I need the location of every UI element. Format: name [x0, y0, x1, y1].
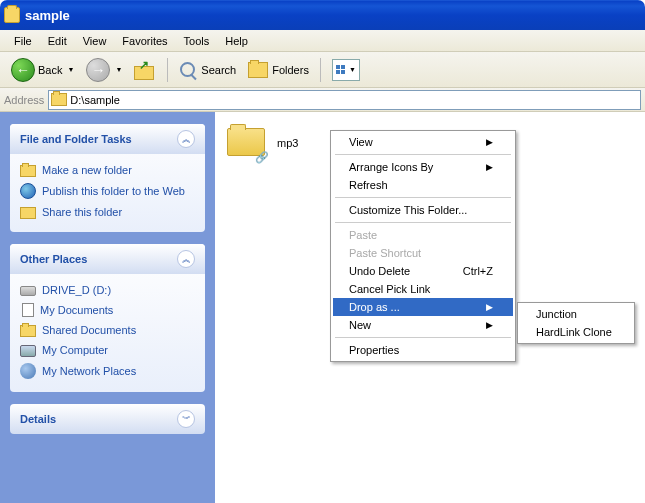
- panel-body: Make a new folder Publish this folder to…: [10, 154, 205, 232]
- task-make-new-folder[interactable]: Make a new folder: [20, 160, 195, 180]
- place-my-computer[interactable]: My Computer: [20, 340, 195, 360]
- ctx-separator: [335, 154, 511, 155]
- menu-view[interactable]: View: [75, 33, 115, 49]
- menu-file[interactable]: File: [6, 33, 40, 49]
- globe-icon: [20, 183, 36, 199]
- forward-button[interactable]: → ▼: [81, 55, 127, 85]
- ctx-properties[interactable]: Properties: [333, 341, 513, 359]
- panel-header[interactable]: File and Folder Tasks ︽: [10, 124, 205, 154]
- task-share-folder[interactable]: Share this folder: [20, 202, 195, 222]
- context-menu: View▶ Arrange Icons By▶ Refresh Customiz…: [330, 130, 516, 362]
- ctx-customize-folder[interactable]: Customize This Folder...: [333, 201, 513, 219]
- address-label: Address: [4, 94, 44, 106]
- folders-icon: [248, 62, 268, 78]
- panel-title: Details: [20, 413, 56, 425]
- ctx-separator: [335, 197, 511, 198]
- documents-icon: [22, 303, 34, 317]
- ctx-view[interactable]: View▶: [333, 133, 513, 151]
- folder-up-icon: ↗: [134, 60, 156, 80]
- shortcut-text: Ctrl+Z: [463, 265, 493, 277]
- folder-shortcut-icon: 🔗: [227, 124, 269, 162]
- window-folder-icon: [4, 7, 20, 23]
- task-label: Make a new folder: [42, 164, 132, 176]
- place-drive-d[interactable]: DRIVE_D (D:): [20, 280, 195, 299]
- file-label: mp3: [277, 137, 298, 149]
- forward-dropdown-icon[interactable]: ▼: [115, 66, 122, 73]
- ctx-undo-delete[interactable]: Undo DeleteCtrl+Z: [333, 262, 513, 280]
- search-label: Search: [201, 64, 236, 76]
- place-label: DRIVE_D (D:): [42, 284, 111, 296]
- folder-icon: [20, 165, 36, 177]
- window-title: sample: [25, 8, 70, 23]
- ctx-junction[interactable]: Junction: [520, 305, 632, 323]
- ctx-drop-as[interactable]: Drop as ...▶: [333, 298, 513, 316]
- expand-icon[interactable]: ︾: [177, 410, 195, 428]
- place-label: My Network Places: [42, 365, 136, 377]
- task-label: Publish this folder to the Web: [42, 185, 185, 197]
- network-icon: [20, 363, 36, 379]
- search-icon: [179, 61, 197, 79]
- place-shared-documents[interactable]: Shared Documents: [20, 320, 195, 340]
- tasks-sidebar: File and Folder Tasks ︽ Make a new folde…: [0, 112, 215, 503]
- address-path: D:\sample: [70, 94, 120, 106]
- ctx-paste-shortcut: Paste Shortcut: [333, 244, 513, 262]
- toolbar-separator: [320, 58, 321, 82]
- submenu-arrow-icon: ▶: [486, 320, 493, 330]
- details-panel: Details ︾: [10, 404, 205, 434]
- drive-icon: [20, 286, 36, 296]
- computer-icon: [20, 345, 36, 357]
- file-folder-tasks-panel: File and Folder Tasks ︽ Make a new folde…: [10, 124, 205, 232]
- back-button[interactable]: ← Back ▼: [6, 55, 79, 85]
- place-label: Shared Documents: [42, 324, 136, 336]
- place-my-network-places[interactable]: My Network Places: [20, 360, 195, 382]
- menu-help[interactable]: Help: [217, 33, 256, 49]
- panel-header[interactable]: Details ︾: [10, 404, 205, 434]
- panel-header[interactable]: Other Places ︽: [10, 244, 205, 274]
- panel-title: Other Places: [20, 253, 87, 265]
- address-folder-icon: [51, 93, 67, 106]
- task-label: Share this folder: [42, 206, 122, 218]
- ctx-paste: Paste: [333, 226, 513, 244]
- menu-favorites[interactable]: Favorites: [114, 33, 175, 49]
- views-icon: ▼: [332, 59, 360, 81]
- folders-label: Folders: [272, 64, 309, 76]
- submenu-arrow-icon: ▶: [486, 302, 493, 312]
- back-icon: ←: [11, 58, 35, 82]
- place-label: My Computer: [42, 344, 108, 356]
- up-button[interactable]: ↗: [129, 57, 161, 83]
- share-folder-icon: [20, 207, 36, 219]
- panel-body: DRIVE_D (D:) My Documents Shared Documen…: [10, 274, 205, 392]
- ctx-new[interactable]: New▶: [333, 316, 513, 334]
- ctx-cancel-pick-link[interactable]: Cancel Pick Link: [333, 280, 513, 298]
- ctx-arrange-icons[interactable]: Arrange Icons By▶: [333, 158, 513, 176]
- ctx-refresh[interactable]: Refresh: [333, 176, 513, 194]
- title-bar: sample: [0, 0, 645, 30]
- address-field[interactable]: D:\sample: [48, 90, 641, 110]
- submenu-arrow-icon: ▶: [486, 162, 493, 172]
- folder-icon: [20, 325, 36, 337]
- ctx-hardlink-clone[interactable]: HardLink Clone: [520, 323, 632, 341]
- place-my-documents[interactable]: My Documents: [20, 299, 195, 320]
- context-submenu-drop-as: Junction HardLink Clone: [517, 302, 635, 344]
- menu-edit[interactable]: Edit: [40, 33, 75, 49]
- collapse-icon[interactable]: ︽: [177, 130, 195, 148]
- panel-title: File and Folder Tasks: [20, 133, 132, 145]
- search-button[interactable]: Search: [174, 58, 241, 82]
- task-publish-to-web[interactable]: Publish this folder to the Web: [20, 180, 195, 202]
- folder-item-mp3[interactable]: 🔗 mp3: [227, 124, 327, 162]
- submenu-arrow-icon: ▶: [486, 137, 493, 147]
- views-button[interactable]: ▼: [327, 56, 365, 84]
- forward-icon: →: [86, 58, 110, 82]
- address-bar: Address D:\sample: [0, 88, 645, 112]
- back-dropdown-icon[interactable]: ▼: [67, 66, 74, 73]
- menu-tools[interactable]: Tools: [176, 33, 218, 49]
- menu-bar: File Edit View Favorites Tools Help: [0, 30, 645, 52]
- other-places-panel: Other Places ︽ DRIVE_D (D:) My Documents…: [10, 244, 205, 392]
- back-label: Back: [38, 64, 62, 76]
- collapse-icon[interactable]: ︽: [177, 250, 195, 268]
- ctx-separator: [335, 222, 511, 223]
- folders-button[interactable]: Folders: [243, 59, 314, 81]
- toolbar-separator: [167, 58, 168, 82]
- place-label: My Documents: [40, 304, 113, 316]
- ctx-separator: [335, 337, 511, 338]
